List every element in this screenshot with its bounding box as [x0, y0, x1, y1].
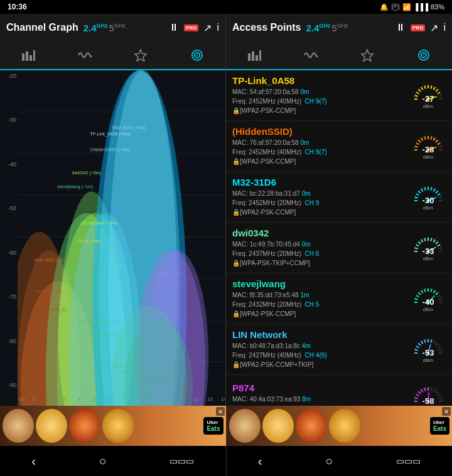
svg-line-98	[438, 146, 441, 147]
ap-list[interactable]: TP-Link_0A58 MAC: 54:af:97:20:0a:58 0m F…	[226, 70, 452, 406]
left-back-button[interactable]: ‹	[19, 449, 48, 473]
svg-line-106	[418, 191, 421, 193]
signal-unit: dBm	[422, 307, 434, 312]
ap-item[interactable]: TP-Link_0A58 MAC: 54:af:97:20:0a:58 0m F…	[226, 70, 452, 121]
svg-text:dlink-5B81 (~12m): dlink-5B81 (~12m)	[34, 258, 70, 263]
right-info-icon[interactable]: i	[443, 22, 446, 33]
signal-dbm: -53	[422, 348, 434, 357]
svg-line-153	[416, 346, 419, 348]
svg-line-112	[436, 191, 438, 193]
left-freq-5g[interactable]: 5GHz	[109, 23, 126, 33]
right-recent-button[interactable]: ▭▭▭	[384, 451, 433, 471]
signal-meter: -33 dBm	[411, 230, 446, 265]
svg-text:Ten5 (+248m): Ten5 (+248m)	[114, 364, 141, 369]
signal-meter: -27 dBm	[411, 78, 446, 113]
right-back-button[interactable]: ‹	[245, 449, 275, 473]
left-tab-bar-chart[interactable]	[0, 41, 56, 70]
svg-line-72	[415, 95, 418, 96]
left-tab-star[interactable]	[113, 41, 170, 70]
svg-line-110	[431, 188, 431, 191]
right-ad[interactable]: UberEats ✕	[227, 406, 453, 446]
svg-line-146	[438, 299, 441, 299]
svg-text:4: 4	[78, 396, 81, 402]
share-icon[interactable]: ↗	[203, 22, 212, 34]
ap-item[interactable]: P874 MAC: 40:4a:03:73:ea:93 8m Freq: 243…	[226, 375, 452, 406]
ap-meta: MAC: f8:35:dd:73:e5:48 1m Freq: 2432MHz …	[232, 290, 406, 319]
y-label-90: -90	[1, 382, 16, 388]
svg-rect-3	[33, 50, 35, 61]
svg-text:(HiddenSSID) (~73m): (HiddenSSID) (~73m)	[78, 320, 120, 325]
left-recent-button[interactable]: ▭▭▭	[157, 451, 207, 471]
svg-line-160	[436, 343, 438, 346]
right-tab-bar-chart[interactable]	[226, 41, 282, 70]
ap-name: TP-Link_0A58	[232, 75, 406, 86]
ap-meta: MAC: b0:48:7a:d3:1a:8c 4m Freq: 2427MHz …	[232, 341, 406, 369]
ap-item[interactable]: LIN Network MAC: b0:48:7a:d3:1a:8c 4m Fr…	[226, 324, 452, 375]
ap-info: stevejlwang MAC: f8:35:dd:73:e5:48 1m Fr…	[232, 278, 406, 319]
right-tab-circle[interactable]	[396, 41, 452, 70]
signal-meter: -30 dBm	[411, 179, 446, 214]
left-tab-circle[interactable]	[169, 41, 225, 70]
left-ad-close[interactable]: ✕	[216, 407, 225, 416]
svg-line-104	[415, 197, 418, 198]
pro-badge: PRO	[184, 24, 198, 31]
svg-rect-62	[248, 53, 250, 61]
right-ad-close[interactable]: ✕	[442, 407, 451, 416]
pause-icon[interactable]: ⏸	[169, 22, 179, 33]
signal-unit: dBm	[422, 256, 434, 262]
svg-line-89	[416, 143, 419, 145]
svg-text:P874 (~8m): P874 (~8m)	[78, 239, 101, 244]
right-panel-header: Access Points 2.4GHz 5GHz ⏸ PRO ↗ i	[226, 14, 452, 41]
right-home-button[interactable]: ○	[313, 449, 345, 473]
right-freq-2g[interactable]: 2.4GHz	[306, 23, 330, 33]
right-share-icon[interactable]: ↗	[430, 22, 438, 34]
ap-item[interactable]: (HiddenSSID) MAC: 76:af:97:20:0a:58 0m F…	[226, 121, 452, 172]
signal-value: -30 dBm	[422, 196, 434, 211]
ads-banner: UberEats ✕ UberEats ✕	[0, 406, 452, 446]
left-panel-title: Channel Graph	[6, 22, 78, 33]
svg-marker-66	[362, 50, 373, 61]
right-header-icons: ⏸ PRO ↗ i	[396, 22, 446, 34]
left-freq-2g[interactable]: 2.4GHz	[83, 23, 108, 33]
left-home-button[interactable]: ○	[87, 449, 119, 473]
ap-item[interactable]: dwi0342 MAC: 1c:49:7b:70:45:d4 0m Freq: …	[226, 223, 452, 273]
ap-item[interactable]: M32-31D6 MAC: bc:22:28:ba:31:d7 0m Freq:…	[226, 172, 452, 223]
ap-info: (HiddenSSID) MAC: 76:af:97:20:0a:58 0m F…	[232, 126, 406, 166]
svg-line-114	[438, 197, 441, 198]
svg-text:LIN Network (~4m): LIN Network (~4m)	[80, 221, 117, 226]
right-pause-icon[interactable]: ⏸	[396, 22, 406, 33]
waveform-svg: TP-Link_0A58 (+0m) (HiddenSSID) (+0m) M3…	[18, 70, 225, 406]
left-tab-bar	[0, 41, 225, 70]
right-tab-wave[interactable]	[282, 41, 339, 70]
signal-unit: dBm	[422, 357, 434, 363]
svg-line-108	[424, 188, 425, 191]
right-freq-5g[interactable]: 5GHz	[331, 23, 348, 33]
svg-line-161	[438, 346, 440, 348]
svg-line-171	[421, 389, 423, 392]
ap-item[interactable]: stevejlwang MAC: f8:35:dd:73:e5:48 1m Fr…	[226, 273, 452, 324]
y-label-80: -80	[1, 338, 16, 344]
svg-line-82	[438, 95, 441, 96]
signal-value: -53 dBm	[422, 348, 434, 363]
status-time: 10:36	[8, 3, 27, 11]
right-tab-star[interactable]	[339, 41, 396, 70]
ap-meta: MAC: 40:4a:03:73:ea:93 8m Freq: 2437MHz …	[232, 394, 406, 406]
ap-meta: MAC: 1c:49:7b:70:45:d4 0m Freq: 2437MHz …	[232, 240, 406, 268]
left-tab-wave[interactable]	[56, 41, 113, 70]
left-header-icons: ⏸ PRO ↗ i	[169, 22, 219, 34]
svg-line-138	[418, 292, 421, 295]
left-ad[interactable]: UberEats ✕	[0, 406, 226, 446]
svg-line-113	[438, 194, 440, 196]
svg-line-74	[418, 89, 421, 92]
svg-line-130	[438, 248, 441, 248]
svg-line-95	[434, 138, 436, 140]
svg-line-124	[424, 238, 425, 241]
left-freq-tabs: 2.4GHz 5GHz	[83, 23, 126, 33]
svg-rect-0	[22, 53, 24, 61]
svg-line-137	[416, 295, 419, 297]
left-panel: Channel Graph 2.4GHz 5GHz ⏸ PRO ↗ i	[0, 14, 226, 406]
svg-line-140	[424, 289, 425, 292]
svg-text:(HiddenSSID (~275m): (HiddenSSID (~275m)	[121, 370, 164, 375]
info-icon[interactable]: i	[217, 22, 219, 33]
svg-line-144	[436, 292, 438, 295]
